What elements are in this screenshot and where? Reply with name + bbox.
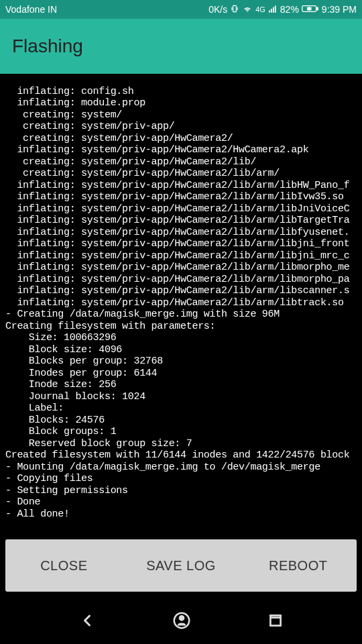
terminal-line: Blocks per group: 32768 [5, 356, 362, 368]
terminal-line: inflating: module.prop [5, 97, 362, 109]
terminal-line: Blocks: 24576 [5, 415, 362, 427]
terminal-line: inflating: system/priv-app/HwCamera2/lib… [5, 250, 362, 262]
terminal-line: Inode size: 256 [5, 379, 362, 391]
terminal-line: creating: system/priv-app/HwCamera2/ [5, 133, 362, 145]
signal-type: 4G [255, 5, 265, 13]
svg-rect-3 [269, 10, 270, 12]
app-header: Flashing [0, 19, 362, 74]
home-icon[interactable] [172, 610, 192, 633]
status-time: 9:39 PM [322, 4, 357, 15]
terminal-line: inflating: system/priv-app/HwCamera2/lib… [5, 297, 362, 309]
terminal-output[interactable]: inflating: config.sh inflating: module.p… [0, 74, 362, 533]
page-title: Flashing [12, 36, 83, 57]
wifi-icon [242, 4, 253, 15]
terminal-line: inflating: system/priv-app/HwCamera2/lib… [5, 238, 362, 250]
status-speed: 0K/s [208, 4, 227, 15]
reboot-button[interactable]: REBOOT [239, 539, 357, 592]
terminal-line: - All done! [5, 508, 362, 521]
svg-rect-5 [273, 7, 274, 12]
terminal-line: inflating: config.sh [5, 86, 362, 98]
back-icon[interactable] [78, 611, 97, 633]
terminal-line: creating: system/priv-app/ [5, 121, 362, 133]
nav-bar [0, 600, 362, 644]
terminal-line: inflating: system/priv-app/HwCamera2/lib… [5, 215, 362, 227]
terminal-line: creating: system/priv-app/HwCamera2/lib/ [5, 156, 362, 168]
terminal-line: Created filesystem with 11/6144 inodes a… [5, 449, 362, 462]
terminal-line: - Creating /data/magisk_merge.img with s… [5, 309, 362, 321]
terminal-line: Creating filesystem with parameters: [5, 321, 362, 333]
terminal-line: Size: 100663296 [5, 332, 362, 344]
terminal-line: Label: [5, 402, 362, 415]
terminal-line: inflating: system/priv-app/HwCamera2/lib… [5, 180, 362, 192]
svg-rect-4 [271, 9, 272, 13]
terminal-line: inflating: system/priv-app/HwCamera2/lib… [5, 227, 362, 239]
terminal-line: inflating: system/priv-app/HwCamera2/lib… [5, 191, 362, 203]
terminal-line: Journal blocks: 1024 [5, 391, 362, 403]
close-button[interactable]: CLOSE [5, 539, 123, 592]
terminal-line: - Done [5, 496, 362, 508]
terminal-line: inflating: system/priv-app/HwCamera2/lib… [5, 203, 362, 215]
terminal-line: - Mounting /data/magisk_merge.img to /de… [5, 462, 362, 474]
terminal-line: Reserved block group size: 7 [5, 438, 362, 450]
signal-bars-icon [268, 4, 278, 15]
terminal-line: inflating: system/priv-app/HwCamera2/lib… [5, 285, 362, 297]
svg-rect-8 [316, 7, 318, 9]
terminal-line: creating: system/priv-app/HwCamera2/lib/… [5, 168, 362, 180]
terminal-line: inflating: system/priv-app/HwCamera2/HwC… [5, 144, 362, 156]
status-bar: Vodafone IN 0K/s 4G 82% 9:39 PM [0, 0, 362, 19]
status-carrier: Vodafone IN [5, 4, 57, 15]
terminal-line: Block size: 4096 [5, 344, 362, 356]
terminal-line: Inodes per group: 6144 [5, 368, 362, 380]
terminal-line: - Setting permissions [5, 485, 362, 497]
svg-rect-0 [233, 5, 237, 11]
battery-percent: 82% [280, 4, 299, 15]
vibrate-icon [230, 4, 239, 15]
terminal-line: - Copying files [5, 473, 362, 485]
terminal-line: creating: system/ [5, 109, 362, 121]
save-log-button[interactable]: SAVE LOG [123, 539, 240, 592]
terminal-line: Block groups: 1 [5, 426, 362, 438]
terminal-line: inflating: system/priv-app/HwCamera2/lib… [5, 274, 362, 286]
svg-point-13 [180, 616, 184, 620]
recent-apps-icon[interactable] [267, 612, 284, 632]
button-row: CLOSE SAVE LOG REBOOT [5, 539, 357, 592]
svg-rect-6 [275, 5, 276, 12]
terminal-line: inflating: system/priv-app/HwCamera2/lib… [5, 262, 362, 274]
battery-icon [302, 4, 319, 15]
